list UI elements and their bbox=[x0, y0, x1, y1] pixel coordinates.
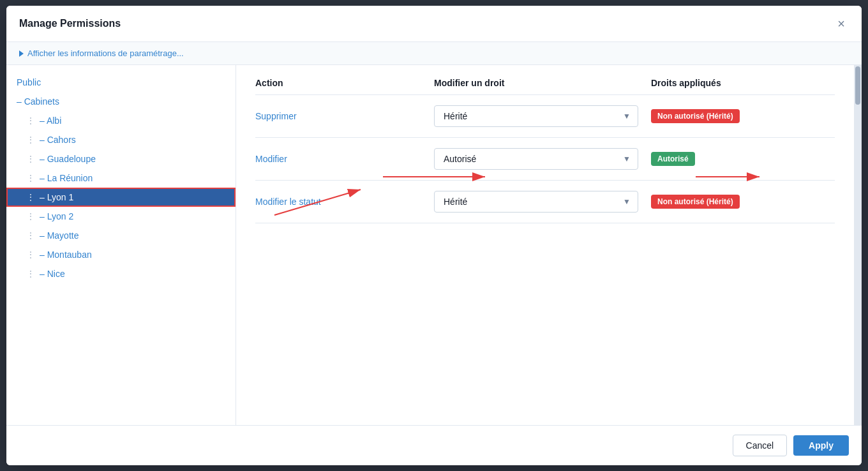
sidebar-item-label: – Nice bbox=[40, 269, 65, 279]
table-row-modifier: ModifierHéritéAutoriséNon autorisé▼Autor… bbox=[255, 138, 835, 181]
status-badge-modifier-statut: Non autorisé (Hérité) bbox=[651, 195, 740, 209]
modal-footer: Cancel Apply bbox=[6, 425, 862, 465]
drag-handle-icon: ⋮ bbox=[27, 250, 34, 259]
table-row-supprimer: SupprimerHéritéAutoriséNon autorisé▼Non … bbox=[255, 95, 835, 138]
sidebar-item-montauban[interactable]: ⋮– Montauban bbox=[6, 245, 236, 264]
sidebar-item-label: – Albi bbox=[40, 116, 61, 126]
table-header: Action Modifier un droit Droits appliqué… bbox=[255, 78, 835, 95]
dropdown-cell-supprimer: HéritéAutoriséNon autorisé▼ bbox=[434, 105, 651, 127]
dropdown-cell-modifier-statut: HéritéAutoriséNon autorisé▼ bbox=[434, 191, 651, 213]
header-applied-rights: Droits appliqués bbox=[651, 78, 835, 88]
info-bar-link[interactable]: Afficher les informations de paramétrage… bbox=[19, 49, 849, 58]
drag-handle-icon: ⋮ bbox=[27, 154, 34, 163]
dropdown-container-modifier: HéritéAutoriséNon autorisé▼ bbox=[434, 148, 638, 170]
sidebar-item-cahors[interactable]: ⋮– Cahors bbox=[6, 130, 236, 149]
sidebar-items-container: – Cabinets⋮– Albi⋮– Cahors⋮– Guadeloupe⋮… bbox=[6, 92, 236, 283]
info-bar: Afficher les informations de paramétrage… bbox=[6, 42, 862, 65]
table-row-modifier-statut: Modifier le statutHéritéAutoriséNon auto… bbox=[255, 181, 835, 223]
drag-handle-icon: ⋮ bbox=[27, 193, 34, 202]
sidebar: Public – Cabinets⋮– Albi⋮– Cahors⋮– Guad… bbox=[6, 65, 236, 425]
header-modify-right: Modifier un droit bbox=[434, 78, 651, 88]
sidebar-root-item[interactable]: Public bbox=[6, 73, 236, 92]
scrollbar-thumb bbox=[855, 66, 860, 105]
dropdown-cell-modifier: HéritéAutoriséNon autorisé▼ bbox=[434, 148, 651, 170]
rights-cell-modifier-statut: Non autorisé (Hérité) bbox=[651, 195, 835, 209]
triangle-icon bbox=[19, 50, 24, 57]
action-label-supprimer: Supprimer bbox=[255, 111, 434, 121]
sidebar-item-label: – Lyon 1 bbox=[40, 192, 73, 202]
sidebar-item-label: – Cahors bbox=[40, 135, 76, 145]
dropdown-select-modifier[interactable]: HéritéAutoriséNon autorisé bbox=[434, 148, 638, 170]
rights-cell-supprimer: Non autorisé (Hérité) bbox=[651, 109, 835, 123]
sidebar-item-mayotte[interactable]: ⋮– Mayotte bbox=[6, 226, 236, 245]
header-action: Action bbox=[255, 78, 434, 88]
cancel-button[interactable]: Cancel bbox=[733, 435, 788, 456]
modal-title: Manage Permissions bbox=[19, 18, 121, 29]
table-rows-container: SupprimerHéritéAutoriséNon autorisé▼Non … bbox=[255, 95, 835, 223]
action-text-modifier: Modifier bbox=[255, 154, 287, 164]
action-label-modifier: Modifier bbox=[255, 154, 434, 164]
drag-handle-icon: ⋮ bbox=[27, 231, 34, 240]
sidebar-item-nice[interactable]: ⋮– Nice bbox=[6, 264, 236, 283]
sidebar-item-la-reunion[interactable]: ⋮– La Réunion bbox=[6, 168, 236, 188]
sidebar-root-label: Public bbox=[17, 77, 41, 87]
dropdown-container-supprimer: HéritéAutoriséNon autorisé▼ bbox=[434, 105, 638, 127]
dropdown-select-supprimer[interactable]: HéritéAutoriséNon autorisé bbox=[434, 105, 638, 127]
drag-handle-icon: ⋮ bbox=[27, 174, 34, 183]
sidebar-item-label: – Cabinets bbox=[17, 96, 59, 107]
sidebar-item-albi[interactable]: ⋮– Albi bbox=[6, 111, 236, 130]
sidebar-item-label: – Mayotte bbox=[40, 230, 79, 241]
dropdown-select-modifier-statut[interactable]: HéritéAutoriséNon autorisé bbox=[434, 191, 638, 213]
status-badge-supprimer: Non autorisé (Hérité) bbox=[651, 109, 740, 123]
sidebar-item-label: – Guadeloupe bbox=[40, 154, 96, 164]
close-button[interactable]: × bbox=[834, 16, 849, 31]
content-area: Public – Cabinets⋮– Albi⋮– Cahors⋮– Guad… bbox=[6, 65, 862, 425]
status-badge-modifier: Autorisé bbox=[651, 152, 695, 166]
rights-cell-modifier: Autorisé bbox=[651, 152, 835, 166]
dropdown-container-modifier-statut: HéritéAutoriséNon autorisé▼ bbox=[434, 191, 638, 213]
action-label-modifier-statut: Modifier le statut bbox=[255, 197, 434, 207]
main-panel: Action Modifier un droit Droits appliqué… bbox=[236, 65, 854, 425]
sidebar-item-lyon1[interactable]: ⋮– Lyon 1 bbox=[6, 188, 236, 207]
drag-handle-icon: ⋮ bbox=[27, 116, 34, 125]
modal-header: Manage Permissions × bbox=[6, 6, 862, 42]
action-text-modifier-statut: Modifier le statut bbox=[255, 197, 321, 207]
permissions-table: Action Modifier un droit Droits appliqué… bbox=[255, 78, 835, 223]
action-text-supprimer: Supprimer bbox=[255, 111, 297, 121]
sidebar-item-label: – Lyon 2 bbox=[40, 211, 73, 221]
sidebar-item-lyon2[interactable]: ⋮– Lyon 2 bbox=[6, 207, 236, 226]
drag-handle-icon: ⋮ bbox=[27, 269, 34, 278]
sidebar-item-label: – La Réunion bbox=[40, 173, 93, 183]
apply-button[interactable]: Apply bbox=[793, 435, 849, 456]
modal-body: Afficher les informations de paramétrage… bbox=[6, 42, 862, 425]
sidebar-item-label: – Montauban bbox=[40, 250, 92, 260]
drag-handle-icon: ⋮ bbox=[27, 135, 34, 144]
modal-overlay: Manage Permissions × Afficher les inform… bbox=[0, 0, 868, 471]
sidebar-item-guadeloupe[interactable]: ⋮– Guadeloupe bbox=[6, 149, 236, 168]
sidebar-item-cabinets[interactable]: – Cabinets bbox=[6, 92, 236, 111]
drag-handle-icon: ⋮ bbox=[27, 212, 34, 221]
scrollbar[interactable] bbox=[854, 65, 862, 425]
manage-permissions-modal: Manage Permissions × Afficher les inform… bbox=[6, 6, 862, 465]
info-bar-link-text: Afficher les informations de paramétrage… bbox=[27, 49, 184, 58]
